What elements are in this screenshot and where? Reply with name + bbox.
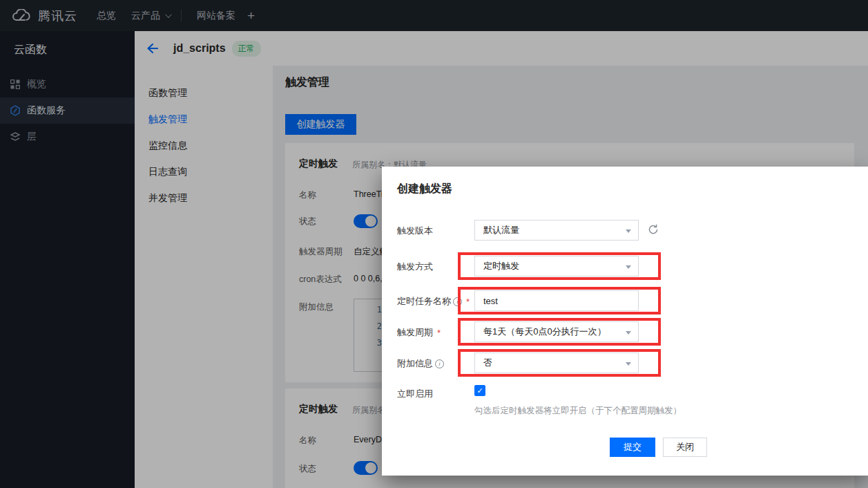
field-label-extra-info: 附加信息 i: [397, 357, 444, 370]
selected-value: 每1天（每天0点0分执行一次）: [483, 326, 606, 338]
extra-info-select[interactable]: 否: [474, 353, 639, 373]
refresh-icon[interactable]: [648, 224, 660, 236]
required-marker: *: [437, 328, 441, 338]
enable-now-checkbox[interactable]: ✓: [474, 385, 485, 396]
create-trigger-dialog: 创建触发器 触发版本 默认流量 触发方式 定时触发 定时任务名称 i * 触发周…: [382, 167, 868, 476]
trigger-version-select[interactable]: 默认流量: [474, 220, 639, 241]
field-label-trigger-version: 触发版本: [397, 225, 433, 237]
selected-value: 否: [483, 357, 492, 369]
check-icon: ✓: [476, 386, 483, 395]
dialog-title: 创建触发器: [397, 182, 452, 196]
field-label-trigger-method: 触发方式: [397, 261, 433, 273]
caret-down-icon: [626, 229, 631, 233]
task-name-input[interactable]: [474, 290, 639, 311]
field-label-task-name: 定时任务名称 i *: [397, 295, 470, 308]
trigger-cycle-select[interactable]: 每1天（每天0点0分执行一次）: [474, 321, 639, 342]
info-icon[interactable]: i: [453, 297, 462, 306]
info-icon[interactable]: i: [435, 359, 444, 368]
selected-value: 默认流量: [483, 224, 519, 236]
enable-hint-text: 勾选后定时触发器将立即开启（于下个配置周期触发）: [474, 405, 682, 417]
caret-down-icon: [626, 265, 631, 269]
field-label-enable-now: 立即启用: [397, 388, 433, 400]
trigger-method-select[interactable]: 定时触发: [474, 256, 639, 276]
selected-value: 定时触发: [483, 260, 519, 272]
submit-button[interactable]: 提交: [610, 438, 655, 457]
field-label-trigger-cycle: 触发周期 *: [397, 326, 441, 339]
caret-down-icon: [626, 331, 631, 335]
close-button[interactable]: 关闭: [663, 438, 707, 457]
required-marker: *: [466, 297, 470, 307]
caret-down-icon: [626, 362, 631, 366]
